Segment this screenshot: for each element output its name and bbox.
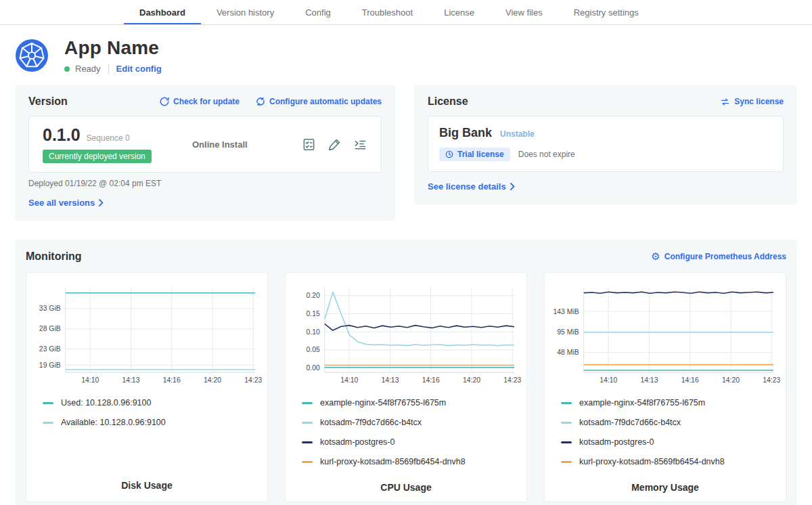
tab-license[interactable]: License <box>428 0 490 24</box>
top-nav: Dashboard Version history Config Trouble… <box>0 0 812 25</box>
trial-license-badge: Trial license <box>439 148 510 161</box>
legend-item: kotsadm-postgres-0 <box>561 437 780 447</box>
license-panel: Big Bank Unstable Trial license Does not… <box>428 116 784 172</box>
configure-prometheus-link[interactable]: ⚙ Configure Prometheus Address <box>651 252 786 262</box>
legend-item: kurl-proxy-kotsadm-8569fb6454-dnvh8 <box>561 457 780 466</box>
tab-version-history[interactable]: Version history <box>201 0 290 24</box>
legend-item: kotsadm-7f9dc7d66c-b4tcx <box>302 418 521 427</box>
tab-registry-settings[interactable]: Registry settings <box>558 0 654 24</box>
svg-text:14:23: 14:23 <box>763 376 780 384</box>
refresh-icon <box>160 97 169 106</box>
customer-name: Big Bank <box>439 126 492 140</box>
app-head-text: App Name Ready Edit config <box>64 37 162 74</box>
legend-swatch-icon <box>561 441 572 443</box>
sync-license-label: Sync license <box>734 97 784 106</box>
app-header: App Name Ready Edit config <box>0 25 812 85</box>
auto-update-icon <box>256 97 265 106</box>
svg-text:14:13: 14:13 <box>122 376 139 384</box>
legend-swatch-icon <box>561 402 572 404</box>
legend-swatch-icon <box>43 402 53 404</box>
svg-text:14:20: 14:20 <box>722 376 740 384</box>
svg-text:19 GiB: 19 GiB <box>39 361 61 369</box>
svg-text:0.05: 0.05 <box>306 346 319 353</box>
legend-label: Used: 10.128.0.96:9100 <box>61 398 151 408</box>
see-license-details-label: See license details <box>428 181 506 192</box>
svg-text:14:23: 14:23 <box>244 376 262 384</box>
legend-item: kurl-proxy-kotsadm-8569fb6454-dnvh8 <box>302 457 521 466</box>
legend-swatch-icon <box>561 461 572 463</box>
status-badge: Ready <box>75 64 101 74</box>
page-title: App Name <box>64 37 162 59</box>
channel-label: Unstable <box>500 129 535 139</box>
tab-view-files[interactable]: View files <box>490 0 558 24</box>
install-type-label: Online Install <box>192 139 291 150</box>
current-version-panel: 0.1.0 Sequence 0 Currently deployed vers… <box>28 116 382 173</box>
kubernetes-logo-icon <box>15 39 49 72</box>
divider <box>108 64 109 74</box>
legend-label: kurl-proxy-kotsadm-8569fb6454-dnvh8 <box>320 457 466 466</box>
configure-prometheus-label: Configure Prometheus Address <box>664 252 786 261</box>
sync-license-link[interactable]: Sync license <box>720 97 784 106</box>
chart-title: Disk Usage <box>32 475 262 491</box>
legend-item: Available: 10.128.0.96:9100 <box>43 418 262 427</box>
svg-text:95 MiB: 95 MiB <box>557 328 579 336</box>
svg-text:14:16: 14:16 <box>681 376 699 384</box>
see-all-versions-link[interactable]: See all versions <box>28 198 104 208</box>
edit-config-link[interactable]: Edit config <box>116 64 162 74</box>
configure-automatic-updates-link[interactable]: Configure automatic updates <box>256 97 382 106</box>
legend-label: kotsadm-postgres-0 <box>579 437 654 447</box>
version-number: 0.1.0 <box>43 125 81 145</box>
sync-icon <box>720 97 730 106</box>
memory-usage-chart-card: 48 MiB95 MiB143 MiB14:1014:1314:1614:201… <box>544 272 786 502</box>
version-card: Version Check for update <box>15 85 395 221</box>
chart-canvas: 48 MiB95 MiB143 MiB14:1014:1314:1614:201… <box>550 282 780 390</box>
chart-canvas: 19 GiB23 GiB28 GiB33 GiB14:1014:1314:161… <box>32 282 262 390</box>
legend-label: example-nginx-54f8f76755-l675m <box>320 398 446 408</box>
legend-swatch-icon <box>302 422 313 424</box>
monitoring-title: Monitoring <box>26 250 82 263</box>
license-card-title: License <box>428 95 468 108</box>
charts-row: 19 GiB23 GiB28 GiB33 GiB14:1014:1314:161… <box>26 272 786 502</box>
legend-label: example-nginx-54f8f76755-l675m <box>579 398 705 408</box>
tab-troubleshoot[interactable]: Troubleshoot <box>346 0 428 24</box>
disk-usage-chart-card: 19 GiB23 GiB28 GiB33 GiB14:1014:1314:161… <box>26 272 268 502</box>
legend-item: example-nginx-54f8f76755-l675m <box>302 398 521 408</box>
sequence-label: Sequence 0 <box>87 133 130 143</box>
legend-label: kotsadm-7f9dc7d66c-b4tcx <box>579 418 681 427</box>
tab-dashboard[interactable]: Dashboard <box>124 0 201 24</box>
svg-text:143 MiB: 143 MiB <box>554 308 579 315</box>
see-license-details-link[interactable]: See license details <box>428 181 515 192</box>
legend-item: kotsadm-7f9dc7d66c-b4tcx <box>561 418 780 427</box>
chart-legend: Used: 10.128.0.96:9100Available: 10.128.… <box>43 398 262 437</box>
deploy-logs-icon[interactable] <box>353 137 367 152</box>
svg-text:48 MiB: 48 MiB <box>557 349 579 356</box>
svg-text:14:20: 14:20 <box>204 376 221 384</box>
deployed-badge: Currently deployed version <box>43 150 152 163</box>
legend-item: kotsadm-postgres-0 <box>302 437 521 447</box>
see-all-versions-label: See all versions <box>28 198 95 208</box>
svg-text:23 GiB: 23 GiB <box>39 345 61 353</box>
legend-swatch-icon <box>302 461 313 463</box>
edit-config-pen-icon[interactable] <box>328 137 342 152</box>
legend-label: kurl-proxy-kotsadm-8569fb6454-dnvh8 <box>579 457 725 466</box>
chart-title: CPU Usage <box>291 477 521 493</box>
svg-text:28 GiB: 28 GiB <box>39 325 61 332</box>
chart-title: Memory Usage <box>550 477 780 493</box>
monitoring-section: Monitoring ⚙ Configure Prometheus Addres… <box>15 240 797 505</box>
legend-swatch-icon <box>43 422 53 424</box>
check-for-update-link[interactable]: Check for update <box>160 97 240 106</box>
svg-text:14:20: 14:20 <box>463 376 480 384</box>
svg-text:14:13: 14:13 <box>640 376 658 384</box>
tab-config[interactable]: Config <box>290 0 346 24</box>
cpu-usage-chart: 0.000.050.100.150.2014:1014:1314:1614:20… <box>291 282 521 390</box>
legend-item: Used: 10.128.0.96:9100 <box>43 398 262 408</box>
chevron-right-icon <box>99 199 104 206</box>
svg-text:14:16: 14:16 <box>422 376 440 384</box>
status-dot-icon <box>64 66 70 72</box>
svg-text:14:13: 14:13 <box>381 376 399 384</box>
legend-label: kotsadm-7f9dc7d66c-b4tcx <box>320 418 422 427</box>
clock-icon <box>445 150 453 158</box>
preflight-checks-icon[interactable] <box>302 137 316 152</box>
svg-text:0.00: 0.00 <box>306 364 319 372</box>
chart-legend: example-nginx-54f8f76755-l675mkotsadm-7f… <box>561 398 780 477</box>
